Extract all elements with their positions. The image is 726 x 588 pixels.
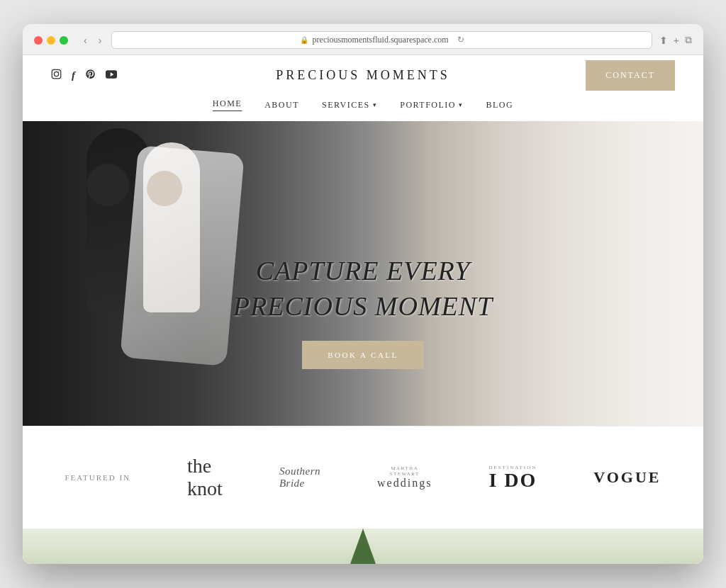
site-navigation: HOME ABOUT SERVICES ▾ PORTFOLIO ▾ BLOG bbox=[23, 91, 703, 121]
maximize-button[interactable] bbox=[60, 36, 68, 45]
minimize-button[interactable] bbox=[47, 36, 55, 45]
svg-rect-0 bbox=[52, 69, 61, 79]
reload-icon[interactable]: ↻ bbox=[457, 35, 464, 45]
contact-button[interactable]: CONTACT bbox=[586, 60, 675, 91]
book-call-button[interactable]: BOOK A CALL bbox=[302, 341, 424, 369]
close-button[interactable] bbox=[34, 36, 43, 45]
nav-item-about[interactable]: ABOUT bbox=[264, 98, 299, 111]
publication-weddings: Weddings bbox=[377, 477, 432, 489]
tree-icon bbox=[350, 528, 376, 564]
portfolio-dropdown-icon: ▾ bbox=[459, 101, 464, 108]
new-tab-button[interactable]: + bbox=[674, 35, 679, 46]
back-button[interactable]: ‹ bbox=[81, 33, 90, 47]
svg-point-1 bbox=[54, 72, 58, 76]
lock-icon: 🔒 bbox=[300, 36, 308, 44]
featured-label: FEATURED IN bbox=[65, 473, 131, 482]
publication-weddings-block: martha stewart Weddings bbox=[377, 465, 432, 490]
nav-item-portfolio[interactable]: PORTFOLIO ▾ bbox=[400, 98, 463, 111]
instagram-icon[interactable] bbox=[51, 69, 62, 82]
site-title: PRECIOUS MOMENTS bbox=[276, 68, 450, 83]
publication-the-knot: the knot bbox=[187, 455, 223, 500]
nav-item-blog[interactable]: BLOG bbox=[486, 98, 514, 111]
publication-ido-block: DESTINATION I DO bbox=[488, 465, 537, 490]
website-content: f PRECIOUS MOMENTS CONTACT bbox=[23, 55, 703, 564]
svg-point-2 bbox=[58, 71, 59, 72]
social-icons: f bbox=[51, 69, 117, 82]
address-bar[interactable]: 🔒 preciousmomentsfluid.squarespace.com ↻ bbox=[111, 31, 652, 49]
publication-vogue: VOGUE bbox=[593, 468, 661, 487]
featured-section: FEATURED IN the knot Southern Bride mart… bbox=[23, 426, 703, 528]
browser-chrome: ‹ › 🔒 preciousmomentsfluid.squarespace.c… bbox=[23, 24, 703, 55]
traffic-lights bbox=[34, 36, 68, 45]
publication-southern-bride: Southern Bride bbox=[279, 465, 320, 490]
nav-item-home[interactable]: HOME bbox=[213, 98, 242, 111]
site-title-block: PRECIOUS MOMENTS bbox=[276, 68, 450, 83]
browser-actions: ⬆ + ⧉ bbox=[659, 34, 692, 46]
url-text: preciousmomentsfluid.squarespace.com bbox=[313, 35, 449, 45]
youtube-icon[interactable] bbox=[106, 70, 117, 81]
hero-section: CAPTURE EVERY PRECIOUS MOMENT BOOK A CAL… bbox=[23, 121, 703, 426]
hero-content: CAPTURE EVERY PRECIOUS MOMENT BOOK A CAL… bbox=[23, 254, 703, 369]
nav-item-services[interactable]: SERVICES ▾ bbox=[322, 98, 377, 111]
hero-heading: CAPTURE EVERY PRECIOUS MOMENT bbox=[23, 254, 703, 324]
facebook-icon[interactable]: f bbox=[72, 69, 75, 81]
browser-window: ‹ › 🔒 preciousmomentsfluid.squarespace.c… bbox=[23, 24, 703, 564]
site-header: f PRECIOUS MOMENTS CONTACT bbox=[23, 55, 703, 91]
forward-button[interactable]: › bbox=[96, 33, 105, 47]
services-dropdown-icon: ▾ bbox=[373, 101, 378, 108]
duplicate-button[interactable]: ⧉ bbox=[685, 34, 692, 46]
pinterest-icon[interactable] bbox=[85, 69, 96, 82]
browser-controls: ‹ › bbox=[81, 33, 104, 47]
share-button[interactable]: ⬆ bbox=[659, 35, 668, 46]
tree-preview bbox=[23, 528, 703, 564]
publication-ido: I DO bbox=[488, 469, 537, 491]
